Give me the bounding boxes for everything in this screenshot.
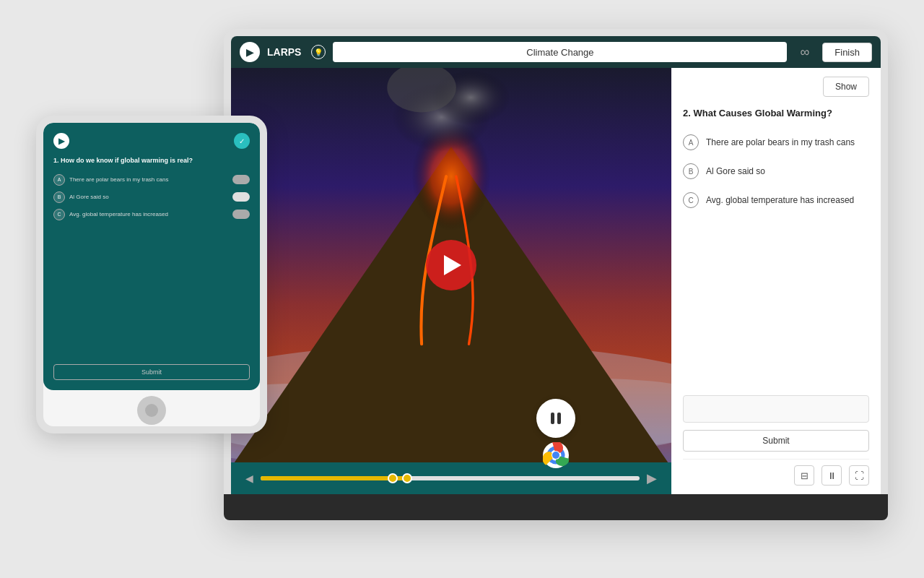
- laptop-device: ▶ LARPS 💡 Climate Change ∞ Finish: [224, 29, 888, 520]
- tablet-option-a[interactable]: A There are polar bears in my trash cans: [53, 174, 250, 186]
- pause-bar-left: [551, 413, 554, 424]
- quiz-answer-input[interactable]: [683, 395, 869, 423]
- tablet-header: ▶ ✓: [53, 133, 250, 149]
- quiz-option-c-circle: C: [683, 192, 699, 208]
- laptop-title-text: Climate Change: [526, 47, 593, 58]
- timeline-track[interactable]: [261, 476, 640, 480]
- quiz-option-b-circle: B: [683, 163, 699, 179]
- tablet-home-button[interactable]: [137, 396, 166, 425]
- laptop-logo-icon: ▶: [240, 42, 260, 62]
- play-button[interactable]: [426, 240, 476, 290]
- quiz-option-a-text: There are polar bears in my trash cans: [706, 134, 855, 149]
- video-timeline[interactable]: ◀ ▶: [231, 462, 671, 494]
- fullscreen-icon-button[interactable]: ⛶: [849, 465, 869, 486]
- pause-button-floating[interactable]: [536, 399, 575, 438]
- tablet-submit-button[interactable]: Submit: [53, 364, 250, 380]
- caption-icon-button[interactable]: ⊟: [794, 465, 814, 486]
- laptop-topbar: ▶ LARPS 💡 Climate Change ∞ Finish: [231, 36, 881, 68]
- tablet-toggle-a[interactable]: [232, 175, 250, 184]
- pause-icon: [551, 413, 561, 424]
- laptop-bottom-bar: [224, 494, 888, 520]
- quiz-option-c[interactable]: C Avg. global temperature has increased: [683, 192, 869, 208]
- tablet-option-b-text: Al Gore said so: [69, 194, 228, 200]
- tablet-logo-icon: ▶: [53, 133, 69, 149]
- infinity-icon: ∞: [800, 45, 809, 60]
- quiz-option-a-circle: A: [683, 134, 699, 150]
- timeline-progress: [261, 476, 405, 480]
- quiz-option-b-text: Al Gore said so: [706, 163, 765, 178]
- quiz-option-a[interactable]: A There are polar bears in my trash cans: [683, 134, 869, 150]
- tablet-toggle-b[interactable]: [232, 192, 250, 202]
- timeline-right-arrow: ▶: [647, 470, 657, 486]
- timeline-marker-2[interactable]: [402, 473, 412, 483]
- lightbulb-icon[interactable]: 💡: [311, 45, 326, 59]
- show-button[interactable]: Show: [823, 77, 869, 97]
- timeline-marker-1[interactable]: [388, 473, 398, 483]
- tablet-badge-icon: ✓: [234, 133, 250, 149]
- pause-icon-button[interactable]: ⏸: [821, 465, 842, 486]
- quiz-submit-button[interactable]: Submit: [683, 430, 869, 452]
- video-section: ◀ ▶: [231, 68, 671, 494]
- tablet-option-c-label: C: [53, 209, 65, 220]
- laptop-title-bar: Climate Change: [333, 42, 787, 62]
- quiz-question-number: 2.: [683, 108, 691, 118]
- video-container[interactable]: [231, 68, 671, 462]
- play-icon: [444, 255, 461, 275]
- tablet-question-text: How do we know if global warming is real…: [61, 157, 193, 164]
- quiz-option-c-text: Avg. global temperature has increased: [706, 192, 854, 207]
- tablet-option-a-label: A: [53, 174, 65, 186]
- tablet-home-inner: [145, 404, 158, 417]
- tablet-device: ▶ ✓ 1. How do we know if global warming …: [36, 116, 267, 434]
- laptop-brand-label: LARPS: [267, 46, 301, 58]
- tablet-option-c-text: Avg. global temperature has increased: [69, 211, 228, 217]
- tablet-option-b-label: B: [53, 191, 65, 203]
- scene: ▶ ✓ 1. How do we know if global warming …: [0, 0, 924, 578]
- pause-bar-right: [557, 413, 561, 424]
- chrome-icon: [543, 442, 569, 471]
- tablet-option-b[interactable]: B Al Gore said so: [53, 191, 250, 203]
- tablet-option-c[interactable]: C Avg. global temperature has increased: [53, 209, 250, 220]
- tablet-question-number: 1.: [53, 157, 59, 164]
- quiz-question: 2. What Causes Global Warming?: [683, 107, 869, 120]
- tablet-toggle-c[interactable]: [232, 210, 250, 219]
- tablet-screen: ▶ ✓ 1. How do we know if global warming …: [43, 123, 260, 390]
- timeline-left-arrow: ◀: [245, 473, 253, 484]
- quiz-toolbar: ⊟ ⏸ ⛶: [683, 459, 869, 486]
- quiz-option-b[interactable]: B Al Gore said so: [683, 163, 869, 179]
- quiz-panel: Show 2. What Causes Global Warming? A Th…: [671, 68, 881, 494]
- finish-button[interactable]: Finish: [822, 43, 872, 62]
- svg-point-13: [552, 452, 559, 459]
- tablet-question: 1. How do we know if global warming is r…: [53, 156, 250, 165]
- tablet-option-a-text: There are polar bears in my trash cans: [69, 176, 228, 183]
- quiz-question-text: What Causes Global Warming?: [693, 108, 832, 118]
